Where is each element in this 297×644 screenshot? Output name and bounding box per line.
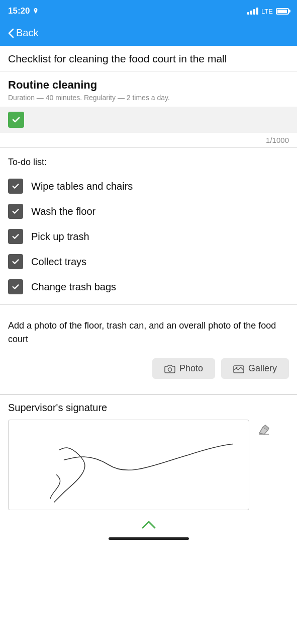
nav-bar: Back bbox=[0, 22, 297, 46]
signature-container bbox=[8, 420, 289, 510]
content: Checklist for cleaning the food court in… bbox=[0, 46, 297, 548]
eraser-button[interactable] bbox=[254, 420, 274, 440]
signal-icon bbox=[247, 8, 258, 15]
checkmark-icon-5 bbox=[11, 282, 20, 291]
todo-text-4: Collect trays bbox=[31, 256, 86, 268]
routine-section: Routine cleaning Duration — 40 minutes. … bbox=[0, 71, 297, 102]
photo-buttons: Photo Gallery bbox=[8, 358, 289, 384]
photo-section: Add a photo of the floor, trash can, and… bbox=[0, 310, 297, 391]
signature-box[interactable] bbox=[8, 420, 249, 510]
todo-checkbox-1[interactable] bbox=[8, 179, 23, 194]
todo-item-4[interactable]: Collect trays bbox=[8, 249, 289, 274]
photo-label: Add a photo of the floor, trash can, and… bbox=[8, 319, 289, 346]
gallery-icon bbox=[233, 364, 244, 373]
todo-text-3: Pick up trash bbox=[31, 231, 89, 243]
up-arrow-icon bbox=[141, 520, 157, 530]
status-bar: 15:20 LTE bbox=[0, 0, 297, 22]
eraser-icon bbox=[258, 423, 271, 436]
routine-checkbox-row[interactable] bbox=[0, 107, 297, 133]
counter-value: 1/1000 bbox=[266, 136, 289, 144]
todo-text-2: Wash the floor bbox=[31, 206, 95, 217]
svg-point-0 bbox=[168, 368, 171, 371]
lte-label: LTE bbox=[261, 8, 273, 15]
routine-subtitle: Duration — 40 minutes. Regularity — 2 ti… bbox=[8, 94, 289, 102]
gallery-button-label: Gallery bbox=[248, 363, 277, 374]
checkmark-icon-4 bbox=[11, 257, 20, 266]
todo-checkbox-2[interactable] bbox=[8, 204, 23, 219]
todo-label: To-do list: bbox=[8, 157, 289, 168]
checkmark-icon-1 bbox=[11, 182, 20, 191]
todo-checkbox-4[interactable] bbox=[8, 254, 23, 269]
checkmark-icon-2 bbox=[11, 207, 20, 216]
todo-item-2[interactable]: Wash the floor bbox=[8, 199, 289, 224]
location-icon bbox=[33, 8, 39, 14]
checkmark-icon-3 bbox=[11, 232, 20, 241]
camera-icon bbox=[164, 364, 175, 373]
gallery-button[interactable]: Gallery bbox=[221, 358, 289, 379]
back-button[interactable]: Back bbox=[8, 27, 38, 39]
status-time: 15:20 bbox=[8, 6, 39, 16]
svg-point-2 bbox=[236, 367, 237, 368]
status-icons: LTE bbox=[247, 8, 289, 15]
checkmark-icon bbox=[11, 115, 21, 125]
back-chevron-icon bbox=[8, 28, 14, 38]
home-indicator bbox=[109, 537, 189, 540]
todo-item-1[interactable]: Wipe tables and chairs bbox=[8, 174, 289, 199]
todo-section: To-do list: Wipe tables and chairs Wash … bbox=[0, 148, 297, 299]
todo-item-3[interactable]: Pick up trash bbox=[8, 224, 289, 249]
signature-label: Supervisor's signature bbox=[8, 402, 289, 414]
routine-checkbox[interactable] bbox=[8, 112, 24, 128]
page-title: Checklist for cleaning the food court in… bbox=[0, 46, 297, 71]
todo-checkbox-3[interactable] bbox=[8, 229, 23, 244]
battery-icon bbox=[276, 8, 289, 15]
signature-section: Supervisor's signature bbox=[0, 394, 297, 510]
photo-button-label: Photo bbox=[179, 363, 203, 374]
chevron-up-icon[interactable] bbox=[141, 517, 157, 533]
photo-button[interactable]: Photo bbox=[152, 358, 215, 379]
counter-row: 1/1000 bbox=[0, 133, 297, 148]
todo-text-1: Wipe tables and chairs bbox=[31, 181, 133, 192]
todo-checkbox-5[interactable] bbox=[8, 279, 23, 294]
todo-text-5: Change trash bags bbox=[31, 281, 116, 293]
bottom-area bbox=[0, 510, 297, 548]
signature-drawing bbox=[9, 420, 249, 510]
routine-title: Routine cleaning bbox=[8, 78, 289, 92]
todo-item-5[interactable]: Change trash bags bbox=[8, 274, 289, 299]
